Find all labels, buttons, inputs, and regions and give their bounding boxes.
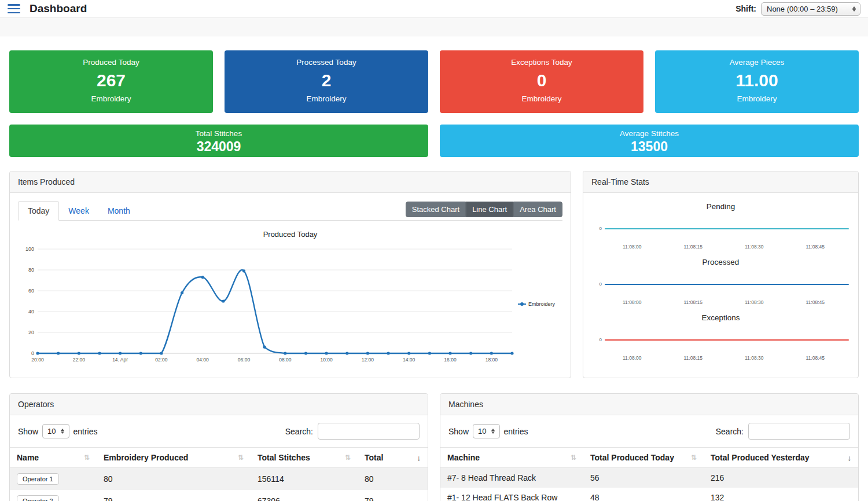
card-title: Average Stitches xyxy=(446,129,853,138)
machines-title: Machines xyxy=(440,394,858,415)
svg-text:14:00: 14:00 xyxy=(403,357,415,363)
realtime-stats-panel: Real-Time Stats Pending 0 11:08:00 11:08… xyxy=(583,171,859,378)
pending-mini-chart: Pending 0 11:08:00 11:08:15 11:08:30 11:… xyxy=(593,202,849,250)
svg-text:20: 20 xyxy=(28,330,34,335)
chart-tabs: Today Week Month Stacked Chart Line Char… xyxy=(18,201,562,221)
svg-text:08:00: 08:00 xyxy=(279,357,292,363)
produced-today-chart: 02040608010020:0022:0014. Apr02:0004:000… xyxy=(18,240,518,368)
tab-week[interactable]: Week xyxy=(59,202,98,220)
select-stepper-icon xyxy=(58,426,67,437)
svg-text:12:00: 12:00 xyxy=(362,357,374,363)
operators-search-input[interactable] xyxy=(318,423,420,440)
sort-icon xyxy=(238,454,244,462)
show-label: Show xyxy=(18,427,38,436)
stacked-chart-button[interactable]: Stacked Chart xyxy=(406,202,466,217)
column-header-total-produced-yesterday[interactable]: Total Produced Yesterday xyxy=(704,448,858,468)
x-tick: 11:08:30 xyxy=(745,244,763,250)
operators-title: Operators xyxy=(10,394,428,415)
card-total-stitches: Total Stitches 324009 xyxy=(9,125,428,157)
processed-line xyxy=(605,284,849,285)
sort-icon xyxy=(345,454,351,462)
mini-chart-x-axis: 11:08:00 11:08:15 11:08:30 11:08:45 xyxy=(623,244,825,250)
tab-today[interactable]: Today xyxy=(18,201,59,221)
select-stepper-icon xyxy=(489,426,498,437)
page-size-value: 10 xyxy=(47,427,56,436)
show-label: Show xyxy=(448,427,469,436)
page-size-value: 10 xyxy=(478,427,486,436)
legend-line-marker-icon xyxy=(518,303,526,305)
x-tick: 11:08:15 xyxy=(684,299,703,305)
x-tick: 11:08:00 xyxy=(623,355,641,361)
card-title: Processed Today xyxy=(230,58,422,67)
x-tick: 11:08:00 xyxy=(623,244,641,250)
exceptions-line xyxy=(605,339,849,341)
column-header-embroidery-produced[interactable]: Embroidery Produced xyxy=(97,448,251,468)
x-tick: 11:08:00 xyxy=(623,299,641,305)
area-chart-button[interactable]: Area Chart xyxy=(513,202,562,217)
card-produced-today: Produced Today 267 Embroidery xyxy=(9,50,213,113)
svg-text:10:00: 10:00 xyxy=(320,357,333,363)
machines-table-controls: Show 10 entries Search: xyxy=(440,415,858,447)
card-title: Average Pieces xyxy=(661,58,853,67)
svg-text:02:00: 02:00 xyxy=(155,357,168,363)
column-header-total-stitches[interactable]: Total Stitches xyxy=(251,448,358,468)
search-label: Search: xyxy=(285,427,313,436)
card-value: 0 xyxy=(446,71,638,90)
mini-chart-title: Pending xyxy=(593,202,849,211)
tab-month[interactable]: Month xyxy=(98,202,139,220)
mini-chart-x-axis: 11:08:00 11:08:15 11:08:30 11:08:45 xyxy=(623,355,825,361)
table-header-row: Machine Total Produced Today Total Produ… xyxy=(440,448,858,468)
machines-page-size-select[interactable]: 10 xyxy=(473,424,499,438)
operator-link[interactable]: Operator 2 xyxy=(17,495,59,501)
shift-control: Shift: None (00:00 – 23:59) xyxy=(735,2,860,16)
table-cell: 156114 xyxy=(251,468,358,491)
legend-label: Embroidery xyxy=(528,301,555,307)
svg-text:40: 40 xyxy=(28,309,34,315)
realtime-stats-body: Pending 0 11:08:00 11:08:15 11:08:30 11:… xyxy=(583,193,858,369)
wide-cards-row: Total Stitches 324009 Average Stitches 1… xyxy=(9,125,859,157)
table-cell: #1- 12 Head FLATS Back Row xyxy=(440,488,583,501)
column-header-total-produced-today[interactable]: Total Produced Today xyxy=(583,448,704,468)
hamburger-menu-icon[interactable] xyxy=(8,4,20,13)
svg-text:16:00: 16:00 xyxy=(444,357,457,363)
mini-chart-title: Exceptions xyxy=(593,313,849,322)
table-row: Operator 2 79 67306 79 xyxy=(10,490,428,501)
table-cell: 79 xyxy=(97,490,251,501)
exceptions-mini-chart: Exceptions 0 11:08:00 11:08:15 11:08:30 … xyxy=(593,313,849,361)
y-axis-zero-label: 0 xyxy=(593,226,602,231)
table-cell: 48 xyxy=(583,488,704,501)
column-header-total[interactable]: Total xyxy=(358,448,428,468)
realtime-stats-title: Real-Time Stats xyxy=(583,171,858,193)
operators-page-size-select[interactable]: 10 xyxy=(42,424,69,438)
svg-text:22:00: 22:00 xyxy=(73,357,86,363)
chart-title: Produced Today xyxy=(18,230,562,239)
items-produced-panel: Items Produced Today Week Month Stacked … xyxy=(9,171,571,378)
card-title: Exceptions Today xyxy=(446,58,638,67)
sort-icon xyxy=(84,454,90,462)
table-row: #1- 12 Head FLATS Back Row 48 132 xyxy=(440,488,858,501)
card-value: 13500 xyxy=(446,139,853,155)
svg-text:80: 80 xyxy=(28,267,34,273)
shift-select[interactable]: None (00:00 – 23:59) xyxy=(761,2,860,16)
sort-desc-icon xyxy=(417,454,421,462)
machines-search-input[interactable] xyxy=(748,423,850,440)
operators-search: Search: xyxy=(285,423,420,440)
operator-link[interactable]: Operator 1 xyxy=(17,473,59,485)
operators-table: Name Embroidery Produced Total Stitches … xyxy=(10,447,428,501)
chart-legend[interactable]: Embroidery xyxy=(518,301,561,307)
table-cell: 132 xyxy=(704,488,858,501)
column-header-name[interactable]: Name xyxy=(10,448,97,468)
x-tick: 11:08:15 xyxy=(684,244,703,250)
select-stepper-icon xyxy=(849,4,858,14)
sub-header-bar xyxy=(0,17,868,36)
column-header-machine[interactable]: Machine xyxy=(440,448,583,468)
shift-select-value: None (00:00 – 23:59) xyxy=(767,5,838,13)
svg-text:04:00: 04:00 xyxy=(197,357,209,363)
top-bar: Dashboard Shift: None (00:00 – 23:59) xyxy=(0,0,868,17)
card-value: 11.00 xyxy=(661,71,853,90)
table-cell: Operator 1 xyxy=(10,468,97,491)
mini-chart-plot: 0 xyxy=(593,337,849,342)
x-tick: 11:08:15 xyxy=(684,355,703,361)
line-chart-button[interactable]: Line Chart xyxy=(466,202,513,217)
table-cell: 67306 xyxy=(251,490,358,501)
